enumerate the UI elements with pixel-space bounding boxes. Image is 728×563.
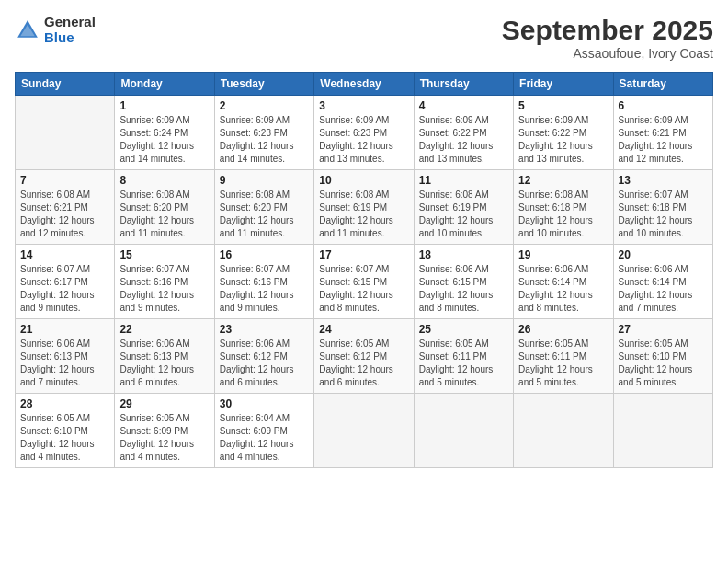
day-number: 6: [619, 99, 708, 112]
day-info: Sunrise: 6:05 AM Sunset: 6:11 PM Dayligh…: [518, 338, 608, 389]
day-info: Sunrise: 6:09 AM Sunset: 6:21 PM Dayligh…: [619, 114, 708, 166]
weekday-header: Tuesday: [214, 73, 313, 96]
day-info: Sunrise: 6:05 AM Sunset: 6:09 PM Dayligh…: [119, 412, 209, 464]
day-number: 24: [319, 323, 408, 336]
day-number: 12: [518, 174, 608, 187]
weekday-header: Sunday: [16, 73, 115, 96]
day-info: Sunrise: 6:08 AM Sunset: 6:19 PM Dayligh…: [419, 189, 508, 240]
day-number: 5: [518, 99, 608, 112]
day-number: 20: [619, 248, 708, 261]
calendar-cell: 21Sunrise: 6:06 AM Sunset: 6:13 PM Dayli…: [16, 319, 115, 394]
calendar-cell: 11Sunrise: 6:08 AM Sunset: 6:19 PM Dayli…: [414, 170, 513, 245]
calendar-cell: 17Sunrise: 6:07 AM Sunset: 6:15 PM Dayli…: [314, 245, 414, 319]
day-number: 3: [319, 99, 408, 112]
day-number: 25: [419, 323, 508, 336]
day-info: Sunrise: 6:05 AM Sunset: 6:10 PM Dayligh…: [20, 412, 109, 464]
logo-line1: General: [44, 15, 96, 30]
calendar-week-row: 14Sunrise: 6:07 AM Sunset: 6:17 PM Dayli…: [16, 245, 713, 319]
day-number: 27: [619, 323, 708, 336]
logo-icon: [15, 17, 40, 43]
calendar-cell: 5Sunrise: 6:09 AM Sunset: 6:22 PM Daylig…: [514, 96, 613, 170]
calendar-cell: 15Sunrise: 6:07 AM Sunset: 6:16 PM Dayli…: [115, 245, 214, 319]
day-info: Sunrise: 6:07 AM Sunset: 6:15 PM Dayligh…: [319, 263, 408, 315]
calendar-header-row: SundayMondayTuesdayWednesdayThursdayFrid…: [16, 73, 713, 96]
title-block: September 2025 Assaoufoue, Ivory Coast: [502, 15, 713, 61]
weekday-header: Saturday: [613, 73, 712, 96]
day-info: Sunrise: 6:08 AM Sunset: 6:18 PM Dayligh…: [518, 189, 608, 240]
calendar-cell: 8Sunrise: 6:08 AM Sunset: 6:20 PM Daylig…: [115, 170, 214, 245]
day-number: 23: [220, 323, 309, 336]
calendar-cell: 19Sunrise: 6:06 AM Sunset: 6:14 PM Dayli…: [514, 245, 613, 319]
calendar-cell: [613, 394, 712, 468]
calendar-cell: 3Sunrise: 6:09 AM Sunset: 6:23 PM Daylig…: [314, 96, 414, 170]
calendar-week-row: 21Sunrise: 6:06 AM Sunset: 6:13 PM Dayli…: [16, 319, 713, 394]
logo-line2: Blue: [44, 30, 96, 46]
logo-text: General Blue: [44, 15, 96, 45]
weekday-header: Wednesday: [314, 73, 414, 96]
day-info: Sunrise: 6:06 AM Sunset: 6:13 PM Dayligh…: [20, 338, 109, 389]
day-number: 29: [119, 397, 209, 410]
calendar-cell: 10Sunrise: 6:08 AM Sunset: 6:19 PM Dayli…: [314, 170, 414, 245]
calendar-cell: 25Sunrise: 6:05 AM Sunset: 6:11 PM Dayli…: [414, 319, 513, 394]
day-number: 28: [20, 397, 109, 410]
day-number: 7: [20, 174, 109, 187]
calendar-cell: 7Sunrise: 6:08 AM Sunset: 6:21 PM Daylig…: [16, 170, 115, 245]
calendar-subtitle: Assaoufoue, Ivory Coast: [502, 46, 713, 61]
calendar-cell: [414, 394, 513, 468]
day-info: Sunrise: 6:07 AM Sunset: 6:18 PM Dayligh…: [619, 189, 708, 240]
calendar-cell: 23Sunrise: 6:06 AM Sunset: 6:12 PM Dayli…: [214, 319, 313, 394]
calendar-cell: 9Sunrise: 6:08 AM Sunset: 6:20 PM Daylig…: [214, 170, 313, 245]
calendar-week-row: 7Sunrise: 6:08 AM Sunset: 6:21 PM Daylig…: [16, 170, 713, 245]
day-info: Sunrise: 6:05 AM Sunset: 6:12 PM Dayligh…: [319, 338, 408, 389]
day-number: 17: [319, 248, 408, 261]
calendar-cell: 28Sunrise: 6:05 AM Sunset: 6:10 PM Dayli…: [16, 394, 115, 468]
calendar-cell: 24Sunrise: 6:05 AM Sunset: 6:12 PM Dayli…: [314, 319, 414, 394]
day-number: 4: [419, 99, 508, 112]
calendar-cell: 22Sunrise: 6:06 AM Sunset: 6:13 PM Dayli…: [115, 319, 214, 394]
day-info: Sunrise: 6:06 AM Sunset: 6:14 PM Dayligh…: [518, 263, 608, 315]
day-number: 8: [119, 174, 209, 187]
day-info: Sunrise: 6:08 AM Sunset: 6:19 PM Dayligh…: [319, 189, 408, 240]
day-info: Sunrise: 6:06 AM Sunset: 6:14 PM Dayligh…: [619, 263, 708, 315]
calendar-cell: 20Sunrise: 6:06 AM Sunset: 6:14 PM Dayli…: [613, 245, 712, 319]
day-info: Sunrise: 6:05 AM Sunset: 6:10 PM Dayligh…: [619, 338, 708, 389]
day-info: Sunrise: 6:09 AM Sunset: 6:23 PM Dayligh…: [319, 114, 408, 166]
calendar-week-row: 1Sunrise: 6:09 AM Sunset: 6:24 PM Daylig…: [16, 96, 713, 170]
weekday-header: Monday: [115, 73, 214, 96]
calendar-cell: 13Sunrise: 6:07 AM Sunset: 6:18 PM Dayli…: [613, 170, 712, 245]
day-number: 11: [419, 174, 508, 187]
day-info: Sunrise: 6:08 AM Sunset: 6:20 PM Dayligh…: [119, 189, 209, 240]
calendar-cell: [16, 96, 115, 170]
calendar-cell: 12Sunrise: 6:08 AM Sunset: 6:18 PM Dayli…: [514, 170, 613, 245]
day-number: 21: [20, 323, 109, 336]
day-number: 9: [220, 174, 309, 187]
day-info: Sunrise: 6:09 AM Sunset: 6:23 PM Dayligh…: [220, 114, 309, 166]
day-info: Sunrise: 6:09 AM Sunset: 6:22 PM Dayligh…: [518, 114, 608, 166]
day-number: 14: [20, 248, 109, 261]
calendar-cell: 18Sunrise: 6:06 AM Sunset: 6:15 PM Dayli…: [414, 245, 513, 319]
day-info: Sunrise: 6:05 AM Sunset: 6:11 PM Dayligh…: [419, 338, 508, 389]
page-header: General Blue September 2025 Assaoufoue, …: [15, 15, 713, 61]
calendar-cell: 1Sunrise: 6:09 AM Sunset: 6:24 PM Daylig…: [115, 96, 214, 170]
day-info: Sunrise: 6:04 AM Sunset: 6:09 PM Dayligh…: [220, 412, 309, 464]
day-number: 1: [119, 99, 209, 112]
calendar-week-row: 28Sunrise: 6:05 AM Sunset: 6:10 PM Dayli…: [16, 394, 713, 468]
day-number: 2: [220, 99, 309, 112]
day-number: 22: [119, 323, 209, 336]
logo: General Blue: [15, 15, 96, 45]
calendar-cell: 16Sunrise: 6:07 AM Sunset: 6:16 PM Dayli…: [214, 245, 313, 319]
day-info: Sunrise: 6:09 AM Sunset: 6:22 PM Dayligh…: [419, 114, 508, 166]
weekday-header: Friday: [514, 73, 613, 96]
day-info: Sunrise: 6:06 AM Sunset: 6:13 PM Dayligh…: [119, 338, 209, 389]
day-number: 30: [220, 397, 309, 410]
calendar-cell: 14Sunrise: 6:07 AM Sunset: 6:17 PM Dayli…: [16, 245, 115, 319]
day-info: Sunrise: 6:08 AM Sunset: 6:21 PM Dayligh…: [20, 189, 109, 240]
day-number: 10: [319, 174, 408, 187]
day-info: Sunrise: 6:07 AM Sunset: 6:16 PM Dayligh…: [119, 263, 209, 315]
calendar-cell: 26Sunrise: 6:05 AM Sunset: 6:11 PM Dayli…: [514, 319, 613, 394]
day-info: Sunrise: 6:06 AM Sunset: 6:12 PM Dayligh…: [220, 338, 309, 389]
calendar-cell: [314, 394, 414, 468]
weekday-header: Thursday: [414, 73, 513, 96]
calendar-cell: [514, 394, 613, 468]
day-number: 26: [518, 323, 608, 336]
